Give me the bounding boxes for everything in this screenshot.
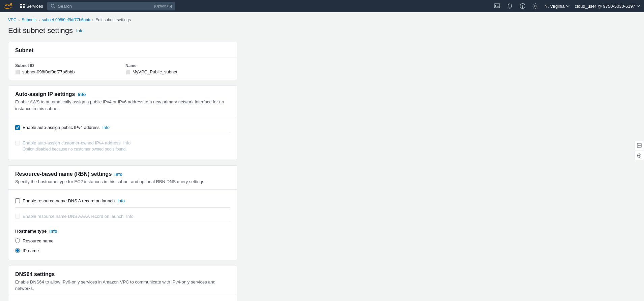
subnet-id-value: ⬜ subnet-098f0ef9df77b6bbb	[15, 69, 120, 74]
divider-3	[15, 223, 230, 223]
ipv4-label: Enable auto-assign public IPv4 address	[23, 125, 99, 130]
dns-a-checkbox[interactable]	[15, 198, 20, 203]
top-navigation: Services [Option+S]	[0, 0, 644, 12]
name-icon: ⬜	[125, 70, 130, 74]
hostname-type-label: Hostname type	[15, 229, 47, 234]
dns-a-label: Enable resource name DNS A record on lau…	[23, 198, 115, 203]
svg-point-6	[534, 5, 536, 7]
breadcrumb-current: Edit subnet settings	[95, 18, 131, 22]
breadcrumb-vpc[interactable]: VPC	[8, 18, 17, 22]
resource-name-radio[interactable]	[15, 238, 20, 243]
resource-name-option-row: Resource name	[15, 235, 230, 245]
subnet-name-text: MyVPC_Public_subnet	[133, 69, 177, 74]
dns64-body: Enable DNS64 Info	[8, 296, 237, 301]
divider-2	[15, 207, 230, 208]
search-icon	[51, 4, 55, 8]
breadcrumb: VPC › Subnets › subnet-098f0ef9df77b6bbb…	[8, 18, 498, 22]
user-menu[interactable]: cloud_user @ 9750-5030-6197	[575, 4, 640, 9]
help-icon[interactable]: ?	[519, 2, 526, 10]
aws-logo[interactable]	[4, 3, 15, 9]
customer-ipv4-label: Enable auto-assign customer-owned IPv4 a…	[23, 140, 121, 145]
hostname-type-info-link[interactable]: Info	[49, 229, 57, 234]
side-icon-1[interactable]	[635, 141, 644, 150]
user-label: cloud_user @ 9750-5030-6197	[575, 4, 635, 9]
dns-aaaa-info-link: Info	[126, 214, 134, 219]
grid-icon	[20, 4, 25, 8]
search-bar[interactable]: [Option+S]	[47, 2, 175, 10]
hostname-type-label-row: Hostname type Info	[15, 229, 230, 234]
auto-assign-section: Auto-assign IP settings Info Enable AWS …	[8, 86, 237, 160]
terminal-icon[interactable]	[493, 2, 501, 10]
settings-icon[interactable]	[532, 2, 539, 10]
breadcrumb-subnet-id[interactable]: subnet-098f0ef9df77b6bbb	[42, 18, 90, 22]
search-input[interactable]	[58, 4, 125, 9]
services-label: Services	[26, 4, 43, 9]
ip-name-option-row: IP name	[15, 245, 230, 255]
subnet-name-label: Name	[125, 63, 230, 68]
customer-ipv4-checkbox[interactable]	[15, 141, 20, 145]
subnet-icon: ⬜	[15, 70, 20, 74]
dns-aaaa-checkbox[interactable]	[15, 214, 20, 219]
auto-assign-body: Enable auto-assign public IPv4 address I…	[8, 116, 237, 160]
ipv4-option-row: Enable auto-assign public IPv4 address I…	[15, 122, 230, 131]
subnet-id-text: subnet-098f0ef9df77b6bbb	[22, 69, 75, 74]
auto-assign-info-link[interactable]: Info	[78, 92, 86, 97]
ipv4-info-link[interactable]: Info	[102, 125, 110, 130]
auto-assign-header: Auto-assign IP settings Info Enable AWS …	[8, 86, 237, 116]
rbn-info-link[interactable]: Info	[114, 172, 122, 177]
page-title: Edit subnet settings	[8, 26, 73, 35]
customer-ipv4-info-link: Info	[123, 140, 131, 145]
dns-aaaa-label: Enable resource name DNS AAAA record on …	[23, 214, 123, 219]
dns-aaaa-option-row: Enable resource name DNS AAAA record on …	[15, 210, 230, 220]
subnet-name-field: Name ⬜ MyVPC_Public_subnet	[125, 63, 230, 74]
search-shortcut: [Option+S]	[154, 4, 172, 8]
nav-right: ? N. Virginia cloud_user @ 9750-5030-619…	[493, 2, 640, 10]
region-label: N. Virginia	[545, 4, 565, 9]
breadcrumb-subnets[interactable]: Subnets	[22, 18, 36, 22]
notifications-icon[interactable]	[506, 2, 514, 10]
region-chevron-icon	[566, 5, 569, 7]
divider-1	[15, 134, 230, 134]
side-icon-2[interactable]	[635, 151, 644, 160]
page-info-link[interactable]: Info	[76, 28, 84, 33]
ipv4-checkbox[interactable]	[15, 125, 20, 130]
customer-ipv4-note: Option disabled because no customer owne…	[23, 147, 230, 152]
user-chevron-icon	[637, 5, 640, 7]
dns64-title: DNS64 settings	[15, 271, 55, 277]
main-content: VPC › Subnets › subnet-098f0ef9df77b6bbb…	[0, 12, 506, 301]
dns-a-info-link[interactable]: Info	[117, 198, 125, 203]
svg-line-1	[54, 7, 55, 8]
ip-name-radio-label: IP name	[23, 248, 39, 253]
rbn-header: Resource-based name (RBN) settings Info …	[8, 166, 237, 190]
customer-ipv4-option-row: Enable auto-assign customer-owned IPv4 a…	[15, 137, 230, 147]
auto-assign-desc: Enable AWS to automatically assign a pub…	[15, 99, 230, 112]
resource-name-radio-label: Resource name	[23, 238, 54, 243]
page-title-row: Edit subnet settings Info	[8, 26, 498, 35]
rbn-title: Resource-based name (RBN) settings	[15, 171, 112, 177]
dns-a-option-row: Enable resource name DNS A record on lau…	[15, 195, 230, 205]
subnet-section: Subnet Subnet ID ⬜ subnet-098f0ef9df77b6…	[8, 42, 237, 80]
services-menu[interactable]: Services	[20, 4, 43, 9]
dns64-section: DNS64 settings Enable DNS64 to allow IPv…	[8, 266, 237, 301]
subnet-name-value: ⬜ MyVPC_Public_subnet	[125, 69, 230, 74]
auto-assign-title: Auto-assign IP settings	[15, 91, 75, 97]
ip-name-radio[interactable]	[15, 248, 20, 253]
rbn-desc: Specify the hostname type for EC2 instan…	[15, 178, 230, 185]
dns64-desc: Enable DNS64 to allow IPv6-only services…	[15, 279, 230, 292]
rbn-section: Resource-based name (RBN) settings Info …	[8, 165, 237, 260]
subnet-id-field: Subnet ID ⬜ subnet-098f0ef9df77b6bbb	[15, 63, 120, 74]
rbn-body: Enable resource name DNS A record on lau…	[8, 190, 237, 260]
svg-rect-2	[494, 4, 500, 8]
subnet-section-header: Subnet	[8, 42, 237, 58]
side-icons	[635, 141, 644, 160]
region-selector[interactable]: N. Virginia	[545, 4, 569, 9]
subnet-section-title: Subnet	[15, 47, 33, 54]
svg-text:?: ?	[522, 4, 524, 8]
subnet-info-grid: Subnet ID ⬜ subnet-098f0ef9df77b6bbb Nam…	[8, 58, 237, 80]
subnet-id-label: Subnet ID	[15, 63, 120, 68]
dns64-header: DNS64 settings Enable DNS64 to allow IPv…	[8, 266, 237, 296]
